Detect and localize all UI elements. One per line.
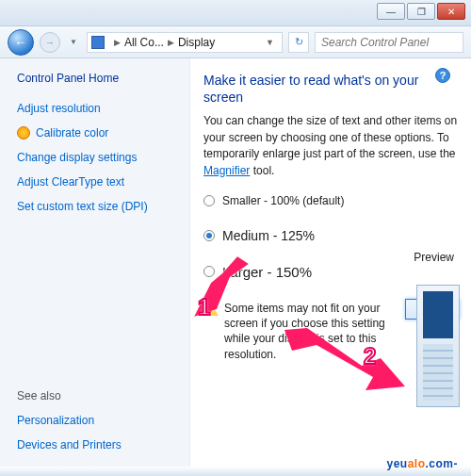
breadcrumb-segment[interactable]: Display: [178, 36, 215, 49]
page-title: Make it easier to read what's on your sc…: [203, 72, 460, 106]
magnifier-link[interactable]: Magnifier: [203, 164, 250, 177]
sidebar-item-label: Change display settings: [17, 151, 137, 164]
main-panel: ? Make it easier to read what's on your …: [190, 58, 471, 467]
history-dropdown[interactable]: ▼: [66, 38, 81, 46]
watermark: yeualo.com-: [386, 454, 458, 470]
sidebar-item-personalization[interactable]: Personalization: [17, 414, 174, 427]
breadcrumb-segment[interactable]: All Co...: [124, 36, 164, 49]
sidebar-item-label: Adjust ClearType text: [17, 175, 124, 189]
help-icon[interactable]: ?: [435, 68, 450, 83]
forward-button[interactable]: →: [40, 32, 60, 53]
breadcrumb-dropdown-icon[interactable]: ▼: [262, 38, 278, 47]
warning-text: Some items may not fit on your screen if…: [224, 301, 399, 362]
refresh-button[interactable]: ↻: [288, 32, 309, 53]
minimize-button[interactable]: —: [377, 3, 405, 20]
option-larger[interactable]: Larger - 150%: [203, 264, 460, 280]
option-label: Larger - 150%: [222, 264, 312, 280]
control-panel-icon: [91, 36, 105, 49]
chevron-right-icon: ▶: [110, 38, 124, 47]
radio-icon[interactable]: [203, 230, 215, 241]
see-also-heading: See also: [17, 389, 174, 402]
sidebar-item-custom-text-size[interactable]: Set custom text size (DPI): [17, 200, 174, 213]
window-titlebar: — ❐ ✕: [0, 0, 471, 26]
radio-selected-dot: [206, 233, 212, 238]
sidebar-item-label: Calibrate color: [36, 126, 108, 140]
close-button[interactable]: ✕: [437, 3, 465, 20]
back-button[interactable]: ←: [8, 29, 34, 56]
breadcrumb[interactable]: ▶ All Co... ▶ Display ▼: [87, 32, 283, 53]
sidebar-item-adjust-resolution[interactable]: Adjust resolution: [17, 102, 174, 115]
radio-icon[interactable]: [203, 195, 215, 206]
warning-icon: [203, 303, 219, 316]
option-smaller[interactable]: Smaller - 100% (default): [203, 194, 460, 207]
option-label: Smaller - 100% (default): [222, 194, 344, 207]
sidebar-item-change-display-settings[interactable]: Change display settings: [17, 151, 174, 164]
sidebar: Control Panel Home Adjust resolution Cal…: [0, 58, 190, 467]
preview-image: [416, 285, 460, 407]
option-label: Medium - 125%: [222, 228, 315, 243]
chevron-right-icon: ▶: [164, 38, 178, 47]
maximize-button[interactable]: ❐: [407, 3, 435, 20]
page-description: You can change the size of text and othe…: [203, 113, 460, 179]
color-wheel-icon: [17, 126, 30, 140]
sidebar-item-label: Devices and Printers: [17, 438, 122, 451]
sidebar-item-label: Set custom text size (DPI): [17, 200, 148, 213]
control-panel-home-link[interactable]: Control Panel Home: [17, 72, 174, 85]
sidebar-item-devices-printers[interactable]: Devices and Printers: [17, 438, 174, 451]
sidebar-item-calibrate-color[interactable]: Calibrate color: [17, 126, 174, 140]
option-medium[interactable]: Medium - 125%: [203, 228, 460, 243]
radio-icon[interactable]: [203, 266, 215, 277]
sidebar-item-label: Adjust resolution: [17, 102, 101, 115]
sidebar-item-label: Personalization: [17, 414, 94, 427]
nav-toolbar: ← → ▼ ▶ All Co... ▶ Display ▼ ↻: [0, 26, 471, 58]
preview-heading: Preview: [414, 251, 454, 264]
sidebar-item-adjust-cleartype[interactable]: Adjust ClearType text: [17, 175, 174, 189]
search-input[interactable]: [315, 32, 463, 53]
